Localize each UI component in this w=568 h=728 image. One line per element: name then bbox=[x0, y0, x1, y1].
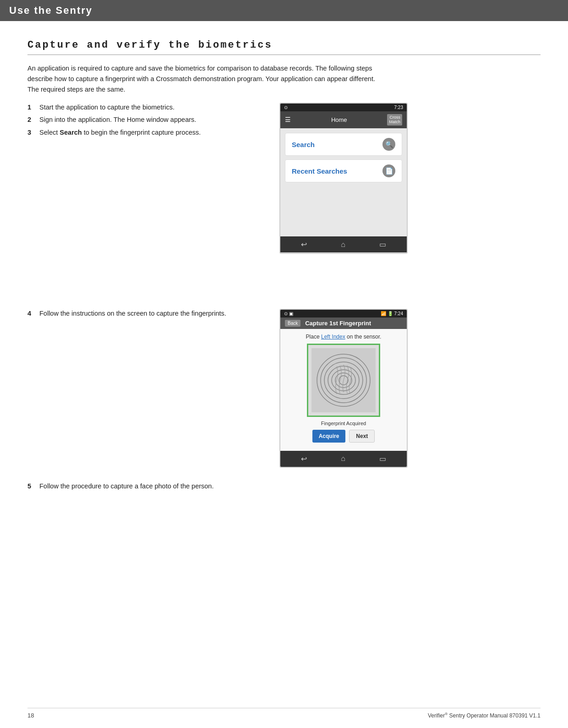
next-button[interactable]: Next bbox=[349, 430, 375, 443]
recent-apps-icon[interactable]: ▭ bbox=[379, 240, 386, 249]
search-icon-circle: 🔍 bbox=[382, 138, 395, 151]
phone-screenshot-2: ⊙ ▣ 📶 🔋 7:24 Back Capture 1st Fingerprin… bbox=[279, 309, 408, 468]
place-finger-text: Place Left Index on the sensor. bbox=[285, 334, 402, 340]
phone-nav-bar-2: Back Capture 1st Fingerprint bbox=[280, 317, 407, 329]
recent-searches-icon-circle: 📄 bbox=[382, 164, 395, 177]
step-1-text: Start the application to capture the bio… bbox=[39, 103, 175, 113]
crossmatch-logo: CrossMatch bbox=[387, 114, 402, 126]
phone-status-time: 7:23 bbox=[394, 105, 403, 110]
main-content: Capture and verify the biometrics An app… bbox=[0, 21, 568, 509]
recent-searches-btn-label: Recent Searches bbox=[292, 167, 347, 175]
phone-bottom-bar-1: ↩ ⌂ ▭ bbox=[280, 236, 407, 252]
step-5-number: 5 bbox=[27, 482, 36, 492]
fingerprint-box bbox=[307, 344, 380, 417]
phone2-status-left: ⊙ ▣ bbox=[284, 311, 293, 316]
step-3-text: Select Search to begin the fingerprint c… bbox=[39, 128, 201, 138]
back-arrow-icon-2[interactable]: ↩ bbox=[301, 454, 307, 463]
phone-body-2: Place Left Index on the sensor. bbox=[280, 329, 407, 451]
capture-title: Capture 1st Fingerprint bbox=[305, 320, 371, 327]
left-index-link[interactable]: Left Index bbox=[321, 334, 345, 340]
phone-empty-space bbox=[280, 191, 407, 236]
step4-container: 4 Follow the instructions on the screen … bbox=[27, 309, 266, 468]
phone-bottom-bar-2: ↩ ⌂ ▭ bbox=[280, 451, 407, 467]
header-title: Use the Sentry bbox=[9, 5, 93, 16]
step-5: 5 Follow the procedure to capture a face… bbox=[27, 482, 541, 492]
phone-status-bar-1: ⊙ 7:23 bbox=[280, 104, 407, 111]
section2: 4 Follow the instructions on the screen … bbox=[27, 309, 541, 468]
hamburger-icon[interactable]: ☰ bbox=[285, 116, 291, 123]
phone-screenshot-1: ⊙ 7:23 ☰ Home CrossMatch Search 🔍 Recent… bbox=[279, 103, 408, 254]
action-buttons: Acquire Next bbox=[285, 430, 402, 443]
acquire-button[interactable]: Acquire bbox=[312, 430, 346, 443]
section-title: Capture and verify the biometrics bbox=[27, 39, 541, 51]
fingerprint-svg bbox=[311, 348, 376, 412]
home-icon-2[interactable]: ⌂ bbox=[341, 454, 345, 463]
phone-status-bar-2: ⊙ ▣ 📶 🔋 7:24 bbox=[280, 310, 407, 317]
step-2: 2 Sign into the application. The Home wi… bbox=[27, 115, 266, 125]
section-divider bbox=[27, 55, 541, 55]
footer: 18 Verifier® Sentry Operator Manual 8703… bbox=[27, 708, 541, 719]
page-header: Use the Sentry bbox=[0, 0, 568, 21]
intro-paragraph: An application is required to capture an… bbox=[27, 63, 385, 95]
step-4-number: 4 bbox=[27, 309, 36, 319]
recent-searches-button-phone[interactable]: Recent Searches 📄 bbox=[285, 159, 402, 182]
phone2-status-right: 📶 🔋 7:24 bbox=[381, 311, 403, 316]
phone-status-left: ⊙ bbox=[284, 105, 288, 110]
step-1-number: 1 bbox=[27, 103, 36, 113]
step-3-number: 3 bbox=[27, 128, 36, 138]
recent-apps-icon-2[interactable]: ▭ bbox=[379, 454, 386, 463]
step-2-text: Sign into the application. The Home wind… bbox=[39, 115, 196, 125]
phone-body-1: Search 🔍 Recent Searches 📄 bbox=[280, 128, 407, 191]
steps-list: 1 Start the application to capture the b… bbox=[27, 103, 266, 254]
step-5-text: Follow the procedure to capture a face p… bbox=[39, 482, 213, 492]
search-btn-label: Search bbox=[292, 141, 315, 148]
phone-home-label: Home bbox=[295, 116, 382, 123]
back-arrow-icon[interactable]: ↩ bbox=[301, 240, 307, 249]
step-4-text: Follow the instructions on the screen to… bbox=[39, 309, 226, 319]
step-1: 1 Start the application to capture the b… bbox=[27, 103, 266, 113]
back-button-phone2[interactable]: Back bbox=[285, 320, 300, 327]
footer-right-text: Verifier® Sentry Operator Manual 870391 … bbox=[428, 712, 541, 719]
step-2-number: 2 bbox=[27, 115, 36, 125]
search-button-phone[interactable]: Search 🔍 bbox=[285, 133, 402, 156]
step-4: 4 Follow the instructions on the screen … bbox=[27, 309, 266, 319]
spacer1 bbox=[27, 268, 541, 295]
page-number: 18 bbox=[27, 712, 34, 719]
fingerprint-acquired-text: Fingerprint Acquired bbox=[285, 421, 402, 426]
phone-nav-bar-1: ☰ Home CrossMatch bbox=[280, 111, 407, 129]
home-icon[interactable]: ⌂ bbox=[341, 241, 345, 249]
steps-and-phone1: 1 Start the application to capture the b… bbox=[27, 103, 541, 254]
step-3: 3 Select Search to begin the fingerprint… bbox=[27, 128, 266, 138]
